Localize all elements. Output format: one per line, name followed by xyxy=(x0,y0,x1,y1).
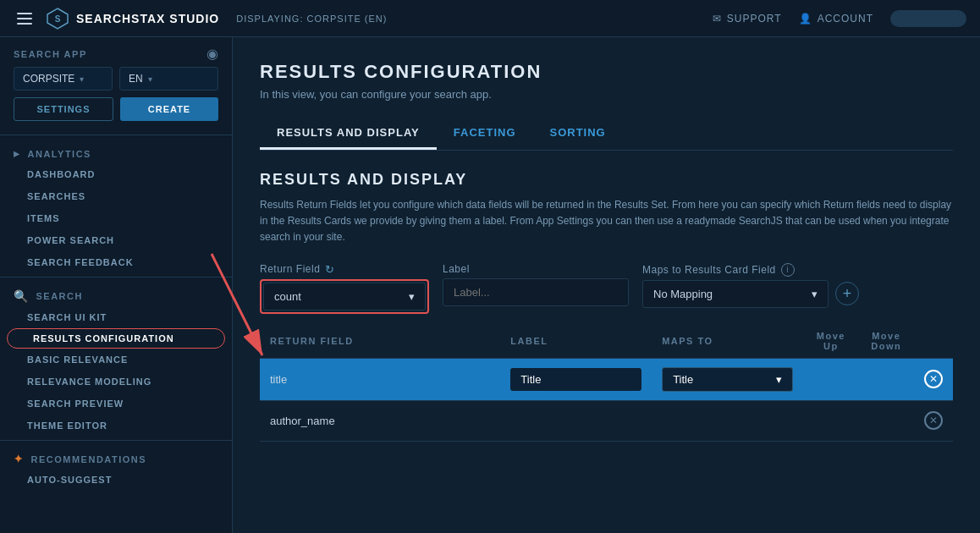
tab-faceting[interactable]: FACETING xyxy=(437,118,533,150)
mapping-select-title[interactable]: Title ▾ xyxy=(662,367,793,392)
sidebar-item-searches[interactable]: SEARCHES xyxy=(0,185,232,207)
td-move-down xyxy=(859,400,914,441)
table-row: title Title ▾ ✕ xyxy=(260,358,953,400)
label-col-label: Label xyxy=(443,263,629,275)
info-icon[interactable]: i xyxy=(781,263,795,277)
svg-text:S: S xyxy=(55,14,61,24)
td-move-up xyxy=(803,400,858,441)
th-label: LABEL xyxy=(500,324,652,359)
btn-row: SETTINGS CREATE xyxy=(0,97,232,131)
refresh-icon[interactable]: ↻ xyxy=(325,263,335,276)
brand-name: SEARCHSTAX STUDIO xyxy=(76,12,219,25)
td-label xyxy=(500,400,652,441)
chevron-down-icon: ▾ xyxy=(409,290,415,303)
section-desc: Results Return Fields let you configure … xyxy=(260,197,953,246)
mapping-select[interactable]: No Mapping ▾ xyxy=(642,280,829,308)
search-icon: 🔍 xyxy=(14,289,30,303)
analytics-group: ▸ ANALYTICS xyxy=(0,139,232,163)
table-header-row: RETURN FIELD LABEL MAPS TO Move Up Move … xyxy=(260,324,953,359)
close-search-app-icon[interactable]: ◉ xyxy=(206,46,218,62)
sidebar-item-items[interactable]: ITEMS xyxy=(0,207,232,229)
label-input-title[interactable] xyxy=(510,368,641,391)
th-return-field: RETURN FIELD xyxy=(260,324,500,359)
support-icon: ✉ xyxy=(713,13,722,25)
divider xyxy=(0,135,232,135)
recommendations-group: ✦ RECOMMENDATIONS xyxy=(0,444,232,469)
chevron-down-icon: ▾ xyxy=(812,288,818,300)
maps-col: Maps to Results Card Field i No Mapping … xyxy=(642,263,859,308)
create-button[interactable]: CREATE xyxy=(120,97,218,121)
maps-col-label: Maps to Results Card Field i xyxy=(642,263,859,277)
table-row: author_name ✕ xyxy=(260,400,953,441)
td-maps-to: Title ▾ xyxy=(652,358,803,400)
td-maps-to xyxy=(652,400,803,441)
sidebar-item-search-ui-kit[interactable]: SEARCH UI KIT xyxy=(0,306,232,328)
user-avatar-bar xyxy=(890,10,966,27)
sidebar-item-search-feedback[interactable]: SEARCH FEEDBACK xyxy=(0,251,232,273)
sidebar-item-search-preview[interactable]: SEARCH PREVIEW xyxy=(0,393,232,415)
return-field-label: Return Field ↻ xyxy=(260,263,429,276)
label-input-author[interactable] xyxy=(510,409,641,432)
td-close: ✕ xyxy=(914,400,953,441)
tab-sorting[interactable]: SORTING xyxy=(533,118,623,150)
main-layout: SEARCH APP ◉ CORPSITE ▾ EN ▾ SETTINGS CR… xyxy=(0,37,980,533)
selects-row: CORPSITE ▾ EN ▾ xyxy=(0,67,232,97)
remove-row-button[interactable]: ✕ xyxy=(924,411,943,430)
topbar-logo: S SEARCHSTAX STUDIO xyxy=(46,7,219,30)
add-mapping-button[interactable]: + xyxy=(835,282,859,305)
sidebar-item-dashboard[interactable]: DASHBOARD xyxy=(0,163,232,185)
sidebar-item-power-search[interactable]: POWER SEARCH xyxy=(0,229,232,251)
td-label xyxy=(500,358,652,400)
svg-line-3 xyxy=(233,254,262,355)
topbar-right: ✉ SUPPORT 👤 ACCOUNT xyxy=(713,10,966,27)
chevron-down-icon: ▾ xyxy=(148,74,152,84)
label-input[interactable] xyxy=(443,278,629,306)
tab-results-display[interactable]: RESULTS AND DISPLAY xyxy=(260,118,437,150)
topbar: S SEARCHSTAX STUDIO DISPLAYING: CORPSITE… xyxy=(0,0,980,37)
td-move-up xyxy=(803,358,858,400)
th-move-down: Move Down xyxy=(859,324,914,359)
corpsite-select[interactable]: CORPSITE ▾ xyxy=(14,67,113,91)
th-move-up: Move Up xyxy=(803,324,858,359)
search-group: 🔍 SEARCH xyxy=(0,281,232,306)
analytics-icon: ▸ xyxy=(14,147,21,160)
th-maps-to: MAPS TO xyxy=(652,324,803,359)
td-return-field: author_name xyxy=(260,400,500,441)
content-area: RESULTS CONFIGURATION In this view, you … xyxy=(233,37,980,533)
sidebar-item-basic-relevance[interactable]: BASIC RELEVANCE xyxy=(0,349,232,371)
sidebar: SEARCH APP ◉ CORPSITE ▾ EN ▾ SETTINGS CR… xyxy=(0,37,233,533)
return-field-box: count ▾ xyxy=(260,279,429,314)
tabs-bar: RESULTS AND DISPLAY FACETING SORTING xyxy=(260,118,953,151)
sidebar-item-relevance-modeling[interactable]: RELEVANCE MODELING xyxy=(0,371,232,393)
td-close: ✕ xyxy=(914,358,953,400)
results-table: RETURN FIELD LABEL MAPS TO Move Up Move … xyxy=(260,324,953,442)
remove-row-button[interactable]: ✕ xyxy=(924,370,943,388)
td-move-down xyxy=(859,358,914,400)
en-select[interactable]: EN ▾ xyxy=(119,67,218,91)
account-icon: 👤 xyxy=(799,13,812,25)
return-field-select[interactable]: count ▾ xyxy=(263,283,426,310)
mapping-select-row: No Mapping ▾ + xyxy=(642,280,859,308)
sidebar-item-results-configuration[interactable]: RESULTS CONFIGURATION xyxy=(7,328,225,349)
chevron-down-icon: ▾ xyxy=(80,74,84,84)
return-field-col: Return Field ↻ count ▾ xyxy=(260,263,429,314)
logo-icon: S xyxy=(46,7,69,30)
td-return-field: title xyxy=(260,358,500,400)
section-title: RESULTS AND DISPLAY xyxy=(260,171,953,189)
page-subtitle: In this view, you can configure your sea… xyxy=(260,88,953,101)
topbar-left: S SEARCHSTAX STUDIO DISPLAYING: CORPSITE… xyxy=(14,7,713,30)
displaying-label: DISPLAYING: CORPSITE (EN) xyxy=(236,14,387,24)
chevron-down-icon: ▾ xyxy=(776,373,782,386)
sidebar-item-auto-suggest[interactable]: AUTO-SUGGEST xyxy=(0,469,232,491)
sidebar-item-theme-editor[interactable]: THEME EDITOR xyxy=(0,415,232,437)
search-app-header: SEARCH APP ◉ xyxy=(0,37,232,67)
recommendations-icon: ✦ xyxy=(14,453,25,465)
account-button[interactable]: 👤 ACCOUNT xyxy=(799,13,873,25)
menu-icon[interactable] xyxy=(14,9,36,28)
support-button[interactable]: ✉ SUPPORT xyxy=(713,13,782,25)
page-title: RESULTS CONFIGURATION xyxy=(260,61,953,83)
search-app-label: SEARCH APP xyxy=(14,49,87,59)
form-row: Return Field ↻ count ▾ Label xyxy=(260,263,953,314)
divider xyxy=(0,277,232,277)
settings-button[interactable]: SETTINGS xyxy=(14,97,113,121)
